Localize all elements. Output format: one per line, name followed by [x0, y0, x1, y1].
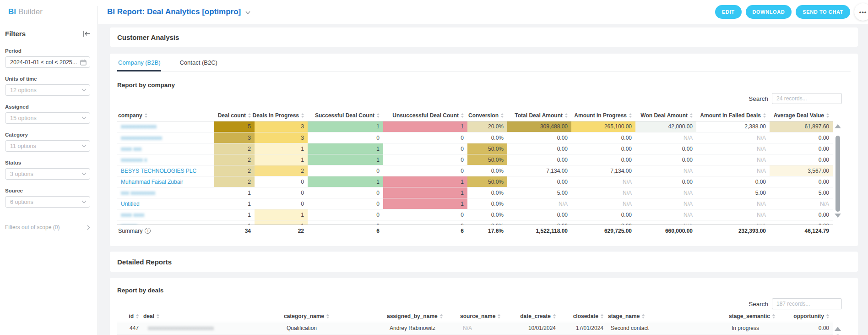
cell-value: 2 — [248, 179, 251, 185]
cell-value: 0 — [376, 135, 380, 141]
sort-icon[interactable] — [553, 314, 556, 319]
column-header[interactable]: Total Deal Amount — [507, 110, 571, 121]
cell-value: 0.00 — [557, 212, 568, 218]
column-header[interactable]: category_name — [283, 311, 386, 322]
column-header[interactable]: source_name — [459, 311, 508, 322]
cell-value: 0.00 — [621, 157, 632, 163]
customer-analysis-card: Customer Analysis — [110, 27, 858, 47]
column-header[interactable]: assigned_by_name — [386, 311, 459, 322]
summary-value: 6 — [308, 225, 383, 237]
sort-icon[interactable] — [326, 314, 329, 319]
scroll-up-icon[interactable] — [835, 327, 841, 331]
sort-icon[interactable] — [642, 314, 645, 319]
sort-icon[interactable] — [157, 314, 159, 319]
cell-value: 1 — [301, 157, 304, 163]
column-header[interactable]: stage_semantic — [728, 311, 787, 322]
scroll-thumb[interactable] — [835, 136, 840, 212]
sort-icon[interactable] — [498, 314, 500, 319]
collapse-sidebar-icon[interactable] — [82, 30, 90, 37]
sort-icon[interactable] — [772, 314, 775, 319]
cell-value: 0.0% — [491, 201, 504, 207]
more-options-button[interactable]: ••• — [854, 3, 868, 21]
column-header[interactable]: deal — [142, 311, 283, 322]
cell-value: 0.00 — [819, 325, 829, 331]
column-header[interactable]: company — [117, 110, 214, 121]
column-header[interactable]: id — [117, 311, 142, 322]
title-chevron-down-icon[interactable] — [245, 11, 250, 14]
sort-icon[interactable] — [461, 113, 464, 118]
sort-icon[interactable] — [565, 113, 568, 118]
cell-value: 0 — [461, 146, 464, 152]
assigned-select[interactable]: 15 options — [5, 112, 90, 124]
company-search-input[interactable] — [772, 93, 842, 104]
sort-icon[interactable] — [440, 314, 443, 319]
column-header[interactable]: opportunity — [787, 311, 833, 322]
edit-button[interactable]: EDIT — [715, 5, 741, 19]
sort-icon[interactable] — [301, 113, 304, 118]
cell-value: 1 — [301, 146, 304, 152]
filter-label: Assigned — [5, 104, 90, 110]
send-to-chat-button[interactable]: SEND TO CHAT — [796, 5, 850, 19]
units-of-time-select[interactable]: 12 options — [5, 84, 90, 96]
column-header[interactable]: Unsuccessful Deal Count — [383, 110, 467, 121]
column-header[interactable]: date_create — [508, 311, 559, 322]
sort-icon[interactable] — [763, 113, 766, 118]
link[interactable]: Untitled — [121, 201, 140, 207]
cell-value: 5.00 — [557, 190, 568, 196]
cell-value: 0.00 — [819, 223, 829, 225]
topbar: BI Builder BI Report: Deal Analytics [op… — [0, 0, 868, 24]
filters-out-of-scope-link[interactable]: Filters out of scope (0) — [5, 224, 90, 231]
tab-contact-b2c[interactable]: Contact (B2C) — [179, 54, 218, 71]
column-header[interactable]: Deal count — [214, 110, 255, 121]
category-select[interactable]: 11 options — [5, 140, 90, 152]
filters-title: Filters — [5, 30, 26, 38]
na-value: N/A — [623, 201, 632, 207]
sort-icon[interactable] — [629, 113, 632, 118]
cell-value: 0.00 — [682, 157, 693, 163]
period-input[interactable]: 2024-01-01 ≤ col < 2025... — [5, 56, 90, 68]
cell-value: 5 — [248, 123, 251, 130]
column-header[interactable]: Amount in Progress — [571, 110, 635, 121]
column-header[interactable]: Successful Deal Count — [308, 110, 383, 121]
cell-value: 0.00 — [819, 146, 829, 152]
redacted-text: xxxxxx — [121, 223, 137, 225]
status-select[interactable]: 3 options — [5, 168, 90, 180]
column-header[interactable]: Conversion — [467, 110, 507, 121]
column-header[interactable]: Average Deal Value — [770, 110, 833, 121]
filter-units-of-time: Units of time 12 options — [5, 76, 90, 96]
column-header[interactable]: stage_name — [607, 311, 728, 322]
sort-icon[interactable] — [501, 113, 504, 118]
cell-value: 0.0% — [491, 168, 504, 174]
download-button[interactable]: DOWNLOAD — [746, 5, 792, 19]
summary-value: 46,124.79 — [770, 225, 833, 237]
na-value: N/A — [684, 135, 693, 141]
column-header[interactable]: Deals in Progress — [255, 110, 308, 121]
na-value: N/A — [684, 168, 693, 174]
sort-icon[interactable] — [690, 113, 693, 118]
sort-icon[interactable] — [826, 113, 829, 118]
na-value: N/A — [757, 223, 766, 225]
sort-icon[interactable] — [377, 113, 380, 118]
sort-icon[interactable] — [248, 113, 251, 118]
tab-company-b2b[interactable]: Company (B2B) — [117, 54, 161, 71]
source-select[interactable]: 6 options — [5, 196, 90, 208]
sort-icon[interactable] — [826, 314, 829, 319]
deal-row: 447xxxxxxxxxxxxxxxxxxxxxxxxQualification… — [117, 322, 833, 335]
cell-value: 3 — [248, 135, 251, 141]
sort-icon[interactable] — [136, 314, 139, 319]
sort-icon[interactable] — [145, 113, 147, 118]
deals-search-input[interactable] — [772, 298, 842, 309]
redacted-text: xxxx xxx — [121, 146, 141, 152]
filter-label: Status — [5, 160, 90, 166]
link[interactable]: BESYS TECHNOLOGIES PLC — [121, 168, 196, 174]
cell-value: 7,134.00 — [546, 168, 568, 174]
sort-icon[interactable] — [601, 314, 603, 319]
column-header[interactable]: closedate — [559, 311, 607, 322]
column-header[interactable]: Amount in Failed Deals — [696, 110, 770, 121]
scroll-down-icon[interactable] — [835, 214, 841, 218]
info-icon[interactable]: i — [145, 228, 151, 234]
link[interactable]: Muhammad Faisal Zubair — [121, 179, 183, 185]
cell-value: 0.00 — [557, 135, 568, 141]
scroll-up-icon[interactable] — [835, 124, 841, 128]
column-header[interactable]: Won Deal Amount — [635, 110, 696, 121]
